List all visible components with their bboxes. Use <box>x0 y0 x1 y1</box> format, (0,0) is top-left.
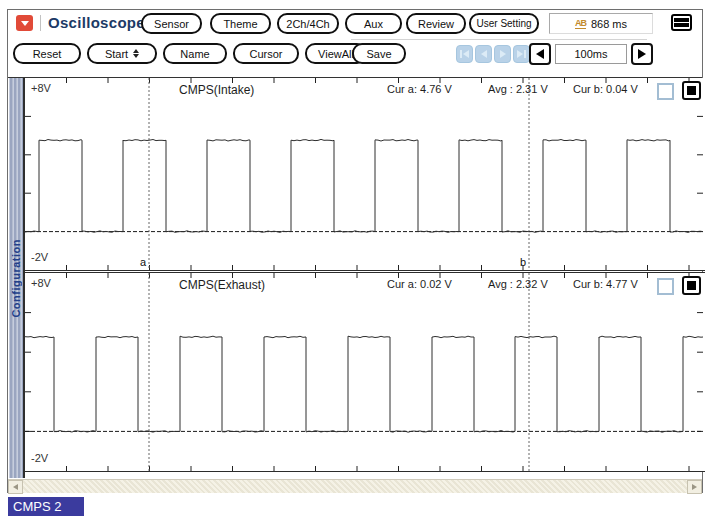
left-triangle-icon <box>536 49 544 59</box>
menu-bar-glyph <box>674 23 689 27</box>
y-min-label: -2V <box>31 452 48 464</box>
step-forward-icon <box>500 50 506 58</box>
theme-button[interactable]: Theme <box>210 13 271 34</box>
stacked-bars-menu-icon[interactable] <box>671 14 692 31</box>
app-dropdown-icon[interactable] <box>16 15 33 31</box>
channel-panel-exhaust: +8V CMPS(Exhaust) Cur a: 0.02 V Avg : 2.… <box>25 272 705 472</box>
nav-step-forward-button[interactable] <box>494 45 511 63</box>
skip-last-icon <box>517 50 523 58</box>
channel-title: CMPS(Intake) <box>179 83 254 97</box>
timebase-increase-button[interactable] <box>631 43 653 65</box>
right-triangle-icon <box>692 484 697 490</box>
channel-color-swatch <box>687 281 696 290</box>
svg-text:b: b <box>520 256 526 268</box>
scroll-right-button[interactable] <box>687 480 702 494</box>
cursor-a-readout: Cur a: 0.02 V <box>387 278 452 290</box>
channel-title: CMPS(Exhaust) <box>179 278 265 292</box>
timebase-value: 100ms <box>555 44 627 64</box>
average-readout: Avg : 2.31 V <box>488 83 548 95</box>
step-back-icon <box>481 50 487 58</box>
left-triangle-icon <box>13 484 18 490</box>
horizontal-scrollbar[interactable] <box>8 479 702 493</box>
down-triangle-icon <box>21 21 29 26</box>
toolbar-divider-line <box>351 39 647 40</box>
cursor-b-readout: Cur b: 0.04 V <box>573 83 638 95</box>
timebase-decrease-button[interactable] <box>529 43 551 65</box>
cursor-button[interactable]: Cursor <box>233 43 299 64</box>
reset-button[interactable]: Reset <box>13 43 81 64</box>
waveform-intake: ab <box>25 78 703 270</box>
name-button[interactable]: Name <box>163 43 227 64</box>
review-button[interactable]: Review <box>406 13 466 34</box>
ab-time-value: 868 ms <box>591 18 627 30</box>
nav-skip-first-button[interactable] <box>456 45 473 63</box>
cursor-b-readout: Cur b: 4.77 V <box>573 278 638 290</box>
aux-button[interactable]: Aux <box>345 13 402 34</box>
y-min-label: -2V <box>31 251 48 263</box>
save-button[interactable]: Save <box>352 43 406 64</box>
channel-visibility-checkbox[interactable] <box>657 278 674 295</box>
channel-color-button[interactable] <box>682 81 701 100</box>
right-triangle-icon <box>638 49 646 59</box>
oscilloscope-window: Oscilloscope Sensor Theme 2Ch/4Ch Aux Re… <box>7 9 703 493</box>
channel-color-button[interactable] <box>682 276 701 295</box>
a-b-cursor-delta-icon: AB <box>575 19 586 29</box>
title-divider <box>40 15 41 31</box>
page-title: Oscilloscope <box>48 14 145 31</box>
svg-text:a: a <box>140 256 147 268</box>
waveform-exhaust <box>25 273 703 471</box>
y-max-label: +8V <box>31 82 51 94</box>
sensor-button[interactable]: Sensor <box>141 13 202 34</box>
configuration-sidebar-tab[interactable]: Configuration <box>9 78 25 478</box>
channel-visibility-checkbox[interactable] <box>657 83 674 100</box>
start-spinner-icon <box>133 49 139 58</box>
ab-time-display: AB 868 ms <box>549 13 653 34</box>
nav-step-back-button[interactable] <box>475 45 492 63</box>
skip-first-icon <box>463 50 469 58</box>
start-button-label: Start <box>105 48 128 60</box>
average-readout: Avg : 2.32 V <box>488 278 548 290</box>
configuration-label: Configuration <box>10 239 22 318</box>
cursor-a-readout: Cur a: 4.76 V <box>387 83 452 95</box>
menu-bar-glyph <box>674 18 689 22</box>
channel-panel-intake: ab +8V CMPS(Intake) Cur a: 4.76 V Avg : … <box>25 78 705 271</box>
channel-color-swatch <box>687 86 696 95</box>
channel-mode-button[interactable]: 2Ch/4Ch <box>277 13 339 34</box>
scroll-left-button[interactable] <box>8 480 23 494</box>
user-setting-button[interactable]: User Setting <box>469 13 539 34</box>
y-max-label: +8V <box>31 277 51 289</box>
status-badge: CMPS 2 <box>8 497 84 516</box>
nav-skip-last-button[interactable] <box>513 45 530 63</box>
start-button[interactable]: Start <box>87 43 157 64</box>
